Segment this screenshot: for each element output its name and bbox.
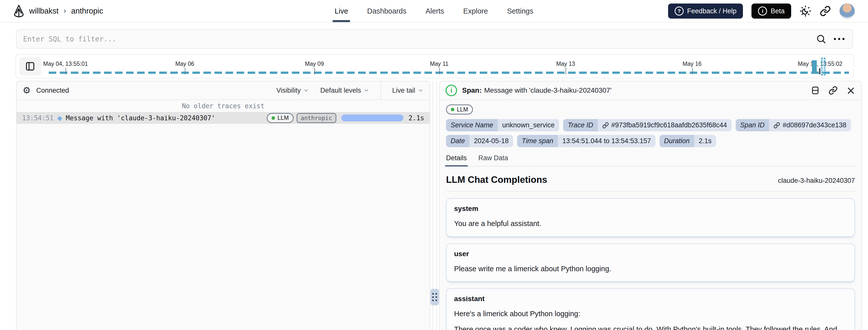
sql-filter-input[interactable]	[23, 35, 816, 43]
timeline-tick-label: May 18, 13:55:02	[798, 61, 842, 67]
attr-value: 13:54:51.044 to 13:54:53.157	[558, 135, 655, 147]
attr-label: Trace ID	[563, 119, 598, 131]
feedback-help-button[interactable]: ? Feedback / Help	[668, 3, 743, 19]
timeline-tick-label: May 04, 13:55:01	[43, 61, 88, 67]
share-link-icon[interactable]	[820, 5, 831, 17]
gear-icon[interactable]: ⚙	[23, 86, 31, 95]
span-detail-tabs: Details Raw Data	[446, 154, 855, 167]
copy-link-icon[interactable]	[829, 86, 838, 95]
traces-panel: ⚙ Connected Visibility Default levels Li…	[16, 81, 430, 330]
llm-section-header: LLM Chat Completions claude-3-haiku-2024…	[446, 175, 855, 185]
more-options-icon[interactable]: ···	[833, 36, 846, 41]
no-older-traces-message: No older traces exist	[17, 100, 430, 112]
tab-raw-data[interactable]: Raw Data	[478, 154, 508, 166]
attr-label: Service Name	[446, 119, 498, 131]
timeline-tick	[185, 68, 185, 74]
breadcrumb-project[interactable]: anthropic	[71, 6, 103, 16]
attr-service-name: Service Name unknown_service	[446, 119, 559, 131]
theme-toggle-icon[interactable]	[800, 5, 811, 17]
attr-value: #d08697de343ce138	[769, 119, 851, 131]
question-circle-icon: ?	[675, 6, 684, 16]
span-llm-tag-label: LLM	[457, 106, 468, 113]
user-avatar[interactable]	[839, 3, 855, 19]
green-dot-icon	[451, 108, 454, 111]
section-divider	[446, 191, 855, 191]
span-title-text: Message with 'claude-3-haiku-20240307'	[484, 86, 612, 94]
top-nav: willbakst › anthropic Live Dashboards Al…	[0, 0, 868, 23]
attr-label: Span ID	[736, 119, 769, 131]
resizer-grip-icon[interactable]	[431, 289, 439, 305]
attr-value: 2.1s	[694, 135, 716, 147]
message-text: Please write me a limerick about Python …	[454, 264, 847, 274]
timeline-cursor	[819, 68, 820, 74]
tab-dashboards[interactable]: Dashboards	[367, 0, 406, 22]
trace-id-value: #973fba5919cf9c618aafdb2635f68c44	[611, 121, 727, 129]
trace-title: Message with 'claude-3-haiku-20240307'	[66, 114, 215, 122]
trace-duration: 2.1s	[408, 114, 424, 122]
attr-trace-id[interactable]: Trace ID #973fba5919cf9c618aafdb2635f68c…	[563, 119, 732, 131]
split-view-icon[interactable]	[810, 86, 820, 95]
span-llm-tag: LLM	[446, 104, 473, 115]
message-text: There once was a coder who knew, Logging…	[454, 324, 847, 330]
timeline-histogram-bar	[812, 60, 817, 74]
trace-row[interactable]: 13:54:51 ◆ Message with 'claude-3-haiku-…	[17, 112, 430, 124]
feedback-help-label: Feedback / Help	[687, 7, 737, 15]
attr-value: unknown_service	[498, 119, 559, 131]
trace-timestamp: 13:54:51	[22, 114, 54, 122]
traces-panel-header: ⚙ Connected Visibility Default levels Li…	[17, 81, 430, 100]
timeline-tick-label: May 06	[175, 61, 194, 67]
scope-tag: anthropic	[297, 113, 337, 123]
breadcrumb-separator-icon: ›	[64, 6, 66, 15]
breadcrumb-org[interactable]: willbakst	[29, 6, 59, 16]
timeline-tick	[692, 68, 693, 74]
attr-time-span: Time span 13:54:51.044 to 13:54:53.157	[517, 135, 655, 147]
span-title-prefix: Span:	[462, 86, 482, 94]
timeline-tick	[820, 68, 820, 74]
nav-tabs: Live Dashboards Alerts Explore Settings	[335, 0, 533, 22]
span-diamond-icon: ◆	[57, 114, 62, 122]
attr-value: 2024-05-18	[469, 135, 513, 147]
chevron-down-icon	[303, 87, 309, 93]
timeline: May 04, 13:55:01 May 06 May 09 May 11 Ma…	[16, 54, 854, 78]
timeline-selection-window[interactable]	[821, 58, 825, 76]
info-icon: i	[445, 85, 457, 96]
link-icon	[602, 122, 609, 128]
visibility-label: Visibility	[276, 87, 301, 94]
attr-label: Duration	[659, 135, 694, 147]
tab-live[interactable]: Live	[335, 0, 348, 22]
panel-resizer	[430, 81, 439, 330]
timeline-tick-label: May 09	[305, 61, 324, 67]
sql-filter-bar: ···	[16, 29, 853, 49]
section-title: LLM Chat Completions	[446, 175, 547, 185]
timeline-tick	[439, 68, 440, 74]
tab-details[interactable]: Details	[446, 154, 467, 166]
search-icon[interactable]	[816, 34, 826, 44]
attr-span-id[interactable]: Span ID #d08697de343ce138	[736, 119, 851, 131]
live-tail-dropdown[interactable]: Live tail	[392, 87, 424, 94]
attr-value: #973fba5919cf9c618aafdb2635f68c44	[598, 119, 732, 131]
sidebar-toggle-icon[interactable]	[19, 57, 41, 76]
tab-alerts[interactable]: Alerts	[426, 0, 444, 22]
span-id-value: #d08697de343ce138	[783, 121, 846, 129]
timeline-tick-label: May 13	[556, 61, 575, 67]
nav-actions: ? Feedback / Help i Beta	[668, 3, 855, 19]
header-divider	[380, 81, 381, 99]
timeline-tick-label: May 16	[683, 61, 702, 67]
timeline-track[interactable]: May 04, 13:55:01 May 06 May 09 May 11 Ma…	[49, 55, 849, 78]
timeline-tick	[566, 68, 566, 74]
tab-settings[interactable]: Settings	[507, 0, 533, 22]
tab-explore[interactable]: Explore	[463, 0, 488, 22]
message-role: system	[454, 205, 847, 213]
timeline-tick	[314, 68, 315, 74]
trace-duration-bar	[341, 115, 403, 121]
timeline-tick	[66, 68, 66, 74]
link-icon	[774, 122, 780, 128]
close-icon[interactable]: ×	[846, 85, 856, 96]
beta-button[interactable]: i Beta	[751, 3, 791, 19]
default-levels-dropdown[interactable]: Default levels	[320, 87, 369, 94]
model-name: claude-3-haiku-20240307	[778, 177, 855, 185]
visibility-dropdown[interactable]: Visibility	[276, 87, 309, 94]
breadcrumb: willbakst › anthropic	[13, 5, 103, 17]
llm-tag: LLM	[267, 113, 293, 123]
logfire-logo-icon[interactable]	[13, 5, 25, 17]
